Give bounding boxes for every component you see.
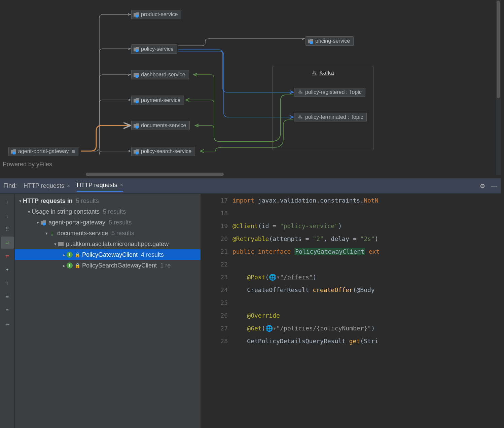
- node-label: payment-service: [141, 97, 180, 103]
- tree-psgc[interactable]: ▸I🔒 PolicySearchGatewayClient1 re: [15, 260, 201, 271]
- editor[interactable]: 17 18 19 20 21 22 23 24 25 26 27 28 impo…: [201, 194, 501, 428]
- sync-left-button[interactable]: ⇄: [1, 237, 14, 249]
- node-policy-service[interactable]: policy-service: [131, 44, 177, 54]
- find-label: Find:: [3, 182, 17, 189]
- topic-policy-registered[interactable]: ⁂policy-registered : Topic: [294, 88, 365, 97]
- chevron-right-icon[interactable]: ▸: [61, 263, 67, 268]
- folder-icon: [11, 149, 16, 154]
- info-button[interactable]: i: [1, 277, 14, 289]
- node-agent-portal-gateway[interactable]: agent-portal-gateway: [8, 147, 78, 156]
- code-area[interactable]: import javax.validation.constraints.NotN…: [232, 194, 501, 428]
- node-label: dashboard-service: [141, 72, 185, 78]
- lock-icon: 🔒: [75, 263, 80, 268]
- node-product-service[interactable]: product-service: [131, 10, 181, 19]
- package-icon: [58, 242, 64, 246]
- interface-icon: I: [67, 252, 73, 258]
- layout-button[interactable]: ▭: [1, 317, 14, 329]
- find-tab-1[interactable]: HTTP requests×: [24, 181, 70, 191]
- find-results-panel: ↑ ↓ ⠿ ⇄ ⇄ ✦ i ≣ ≡ ▭ ▾HTTP requests in5 r…: [0, 194, 501, 428]
- tree-root[interactable]: ▾HTTP requests in5 results: [15, 195, 201, 206]
- tree-pgc[interactable]: ▸I🔒 PolicyGatewayClient4 results: [15, 249, 201, 260]
- chevron-down-icon[interactable]: ▾: [17, 199, 23, 204]
- topic-icon: ⁂: [298, 90, 302, 95]
- folder-icon: [134, 123, 139, 128]
- node-label: pricing-service: [315, 38, 350, 44]
- node-label: agent-portal-gateway: [18, 148, 69, 154]
- kafka-icon: ⁂: [312, 70, 317, 76]
- vertical-scrollbar-thumb[interactable]: [497, 1, 500, 98]
- node-label: documents-service: [141, 122, 186, 129]
- port-icon: [72, 150, 75, 153]
- expand-button[interactable]: ≣: [1, 290, 14, 302]
- folder-icon: [134, 12, 139, 17]
- vertical-scrollbar-track[interactable]: [496, 0, 501, 175]
- node-label: product-service: [141, 11, 178, 17]
- node-policy-search-service[interactable]: policy-search-service: [131, 147, 195, 156]
- find-tab-2[interactable]: HTTP requests×: [77, 180, 123, 192]
- lock-icon: 🔒: [75, 252, 80, 257]
- topic-policy-terminated[interactable]: ⁂policy-terminated : Topic: [294, 113, 367, 121]
- tree-usage[interactable]: ▾Usage in string constants5 results: [15, 206, 201, 217]
- chevron-down-icon[interactable]: ▾: [35, 220, 40, 225]
- close-icon[interactable]: ×: [120, 182, 123, 188]
- chevron-down-icon[interactable]: ▾: [44, 231, 49, 236]
- folder-icon: [134, 47, 139, 51]
- chevron-down-icon[interactable]: ▾: [52, 242, 58, 247]
- node-payment-service[interactable]: payment-service: [131, 96, 184, 105]
- node-documents-service[interactable]: documents-service: [131, 121, 190, 130]
- node-label: policy-search-service: [141, 148, 191, 154]
- tree-pkg[interactable]: ▾pl.altkom.asc.lab.micronaut.poc.gatew: [15, 239, 201, 249]
- tree-docs[interactable]: ▾⭳documents-service5 results: [15, 228, 201, 239]
- prev-result-button[interactable]: ↑: [1, 196, 14, 208]
- next-result-button[interactable]: ↓: [1, 210, 14, 222]
- chevron-down-icon[interactable]: ▾: [26, 209, 32, 214]
- folder-icon: [134, 149, 139, 154]
- kafka-title[interactable]: ⁂Kafka: [312, 70, 334, 76]
- results-tree[interactable]: ▾HTTP requests in5 results ▾Usage in str…: [15, 194, 201, 428]
- node-pricing-service[interactable]: pricing-service: [305, 36, 354, 46]
- gear-icon[interactable]: ⚙: [480, 182, 485, 190]
- node-label: policy-service: [141, 46, 174, 52]
- find-bar: Find: HTTP requests× HTTP requests× ⚙ —: [0, 178, 501, 194]
- diagram-area[interactable]: agent-portal-gateway product-service pol…: [0, 0, 501, 177]
- folder-icon: [134, 98, 139, 103]
- close-icon[interactable]: ×: [67, 183, 70, 189]
- download-icon: ⭳: [49, 230, 55, 236]
- sync-right-button[interactable]: ⇄: [1, 250, 14, 262]
- kafka-group[interactable]: ⁂Kafka ⁂policy-registered : Topic ⁂polic…: [273, 66, 373, 150]
- interface-icon: I: [67, 262, 73, 269]
- gutter: 17 18 19 20 21 22 23 24 25 26 27 28: [201, 194, 232, 428]
- minimize-icon[interactable]: —: [491, 182, 497, 190]
- powered-by-label: Powered by yFiles: [3, 161, 52, 168]
- topic-icon: ⁂: [298, 114, 302, 120]
- folder-icon: [41, 220, 46, 225]
- node-dashboard-service[interactable]: dashboard-service: [131, 70, 189, 79]
- tool-column: ↑ ↓ ⠿ ⇄ ⇄ ✦ i ≣ ≡ ▭: [0, 194, 15, 428]
- horizontal-scrollbar[interactable]: [86, 173, 224, 176]
- chevron-right-icon[interactable]: ▸: [61, 252, 67, 257]
- collapse-button[interactable]: ≡: [1, 304, 14, 316]
- group-button[interactable]: ⠿: [1, 223, 14, 235]
- tree-agw[interactable]: ▾agent-portal-gateway5 results: [15, 217, 201, 228]
- folder-icon: [134, 73, 139, 77]
- folder-icon: [308, 39, 313, 43]
- pin-button[interactable]: ✦: [1, 263, 14, 276]
